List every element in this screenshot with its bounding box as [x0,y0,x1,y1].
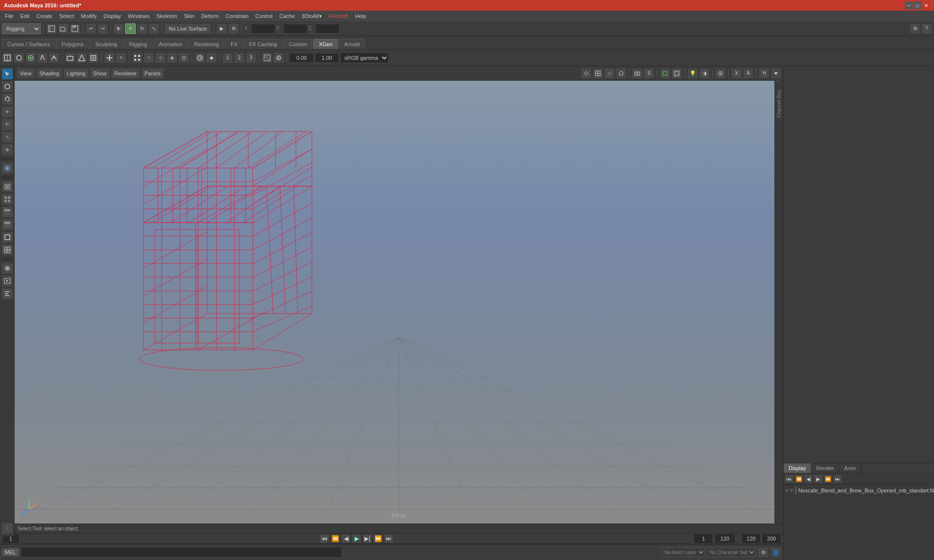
aa-btn[interactable]: A [743,68,754,79]
mode-selector[interactable]: Rigging [2,23,41,34]
ipr-render-btn[interactable]: ⚙ [228,23,239,34]
renderer-menu[interactable]: Renderer [111,68,140,79]
frame-selected-btn[interactable] [273,52,284,63]
gamma-field[interactable] [315,53,339,63]
layer-fwd[interactable]: ▶ [814,474,823,483]
rotate-sidebar-btn[interactable]: ↻ [1,119,13,130]
channel-box-tab-strip[interactable]: Channel Box [775,86,783,122]
next-key-btn[interactable]: ⏩ [373,534,383,543]
resolution-gate[interactable] [660,68,670,79]
menu-windows[interactable]: Windows [125,12,153,20]
icon-grid-display-2[interactable] [1,206,13,218]
tab-fx-caching[interactable]: FX Caching [244,39,282,49]
menu-redshift[interactable]: Redshift [326,12,351,20]
scale-tool-btn[interactable]: ⤡ [148,23,159,34]
coord-x-field[interactable] [251,24,275,34]
layer-back[interactable]: ◀ [804,474,813,483]
no-live-surface-btn[interactable]: No Live Surface [164,23,211,34]
viewport-3d[interactable]: .wf { stroke: #e8183a; stroke-width: 1; … [15,81,783,524]
display-fine-btn[interactable]: 3 [246,52,256,63]
menu-modify[interactable]: Modify [78,12,99,20]
layer-playback[interactable]: P [790,488,793,493]
view-icon-3[interactable]: □ [604,68,615,79]
open-btn[interactable] [58,23,69,34]
icon-tb-3[interactable] [25,52,36,63]
lighting-menu[interactable]: Lighting [63,68,89,79]
snap-point-btn[interactable]: ⊹ [155,52,166,63]
tab-animation[interactable]: Animation [153,39,188,49]
char-set-icon-btn[interactable]: 👤 [771,547,781,558]
prev-frame-btn[interactable]: ◀ [341,534,351,543]
menu-edit[interactable]: Edit [18,12,33,20]
menu-cache[interactable]: Cache [276,12,298,20]
select-tool-sidebar[interactable] [1,68,13,80]
lasso-btn[interactable] [1,93,13,105]
layer-visibility[interactable]: V [786,488,789,493]
menu-help[interactable]: Help [352,12,369,20]
rotate-tool-btn[interactable]: ↻ [137,23,147,34]
show-menu[interactable]: Show [90,68,110,79]
playback-end-field[interactable] [714,534,736,543]
scale-sidebar-btn[interactable]: ⤡ [1,131,13,143]
menu-create[interactable]: Create [34,12,55,20]
vt-icon-extra[interactable] [771,68,781,79]
view-menu[interactable]: View [17,68,35,79]
view-icon-2[interactable] [593,68,603,79]
anim-end-field[interactable] [741,534,761,543]
new-scene-btn[interactable] [46,23,57,34]
menu-skin[interactable]: Skin [181,12,197,20]
icon-more-btn[interactable]: ⋮ [1,523,13,534]
layer-prev-frame[interactable]: ⏮ [785,474,793,483]
keyframe-btn[interactable]: ◆ [206,52,217,63]
display-smooth-btn[interactable]: 1 [222,52,233,63]
frame-all-btn[interactable] [262,52,272,63]
prev-key-btn[interactable]: ⏪ [330,534,340,543]
snap-curve-btn[interactable]: ~ [144,52,154,63]
show-selector[interactable]: S [644,68,654,79]
icon-tb-9[interactable] [104,52,115,63]
anim-layer-tab[interactable]: Anim [839,463,862,473]
tab-custom[interactable]: Custom [284,39,313,49]
menu-file[interactable]: File [2,12,17,20]
paint-sel-btn[interactable] [1,81,13,92]
save-btn[interactable] [70,23,80,34]
display-medium-btn[interactable]: 2 [234,52,245,63]
select-tool-btn[interactable] [113,23,124,34]
layer-next-key[interactable]: ⏩ [824,474,832,483]
char-set-selector[interactable]: No Character Set [707,547,756,557]
snap-view-btn[interactable]: ⊡ [179,52,189,63]
tab-fx[interactable]: FX [225,39,243,49]
light-toggle[interactable]: 💡 [687,68,698,79]
xray-btn[interactable]: X [731,68,742,79]
redo-btn[interactable]: ↪ [97,23,108,34]
shading-menu[interactable]: Shading [36,68,62,79]
mel-input[interactable] [21,547,342,558]
film-gate[interactable] [671,68,682,79]
playback-start-field[interactable] [694,534,713,543]
camera-settings[interactable] [632,68,643,79]
icon-tb-10[interactable]: × [116,52,126,63]
tab-arnold[interactable]: Arnold [339,39,365,49]
icon-tb-5[interactable] [49,52,59,63]
go-end-btn[interactable]: ⏭ [384,534,394,543]
layer-next-frame[interactable]: ⏭ [833,474,842,483]
coord-y-field[interactable] [283,24,307,34]
icon-tb-8[interactable] [88,52,99,63]
layer-prev-key[interactable]: ⏪ [794,474,803,483]
icon-script-editor[interactable] [1,288,13,299]
icon-grid-display-3[interactable] [1,219,13,230]
settings-btn[interactable]: ⚙ [910,23,920,34]
menu-3dto-all[interactable]: 3DtoAll▾ [299,12,324,20]
icon-tb-2[interactable] [14,52,24,63]
isolate-selected[interactable] [715,68,726,79]
move-tool-btn[interactable]: ✛ [125,23,136,34]
icon-single-view[interactable] [1,231,13,243]
icon-render-settings[interactable] [1,262,13,274]
move-sidebar-btn[interactable]: ✛ [1,106,13,118]
render-current-btn[interactable]: ▶ [216,23,227,34]
anim-layer-selector[interactable]: No Anim Layer [662,547,705,557]
panels-menu[interactable]: Panels [141,68,164,79]
play-fwd-btn[interactable]: ▶ [352,534,361,543]
render-layer-tab[interactable]: Render [811,463,839,473]
tab-polygons[interactable]: Polygons [56,39,89,49]
